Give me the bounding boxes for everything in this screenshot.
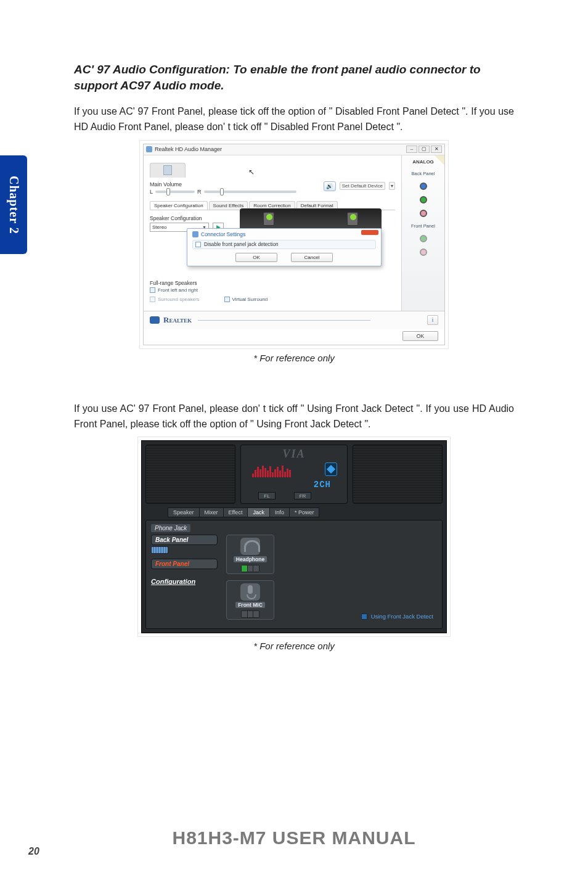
jack-front-out-icon[interactable] <box>420 235 427 242</box>
headphone-icon <box>240 538 260 555</box>
page-fold-icon <box>435 155 444 165</box>
disable-front-panel-label: Disable front panel jack detection <box>204 242 279 247</box>
connector-settings-dialog: Connector Settings Disable front panel j… <box>187 228 382 266</box>
jack-linein-icon[interactable] <box>420 183 427 190</box>
tab-mixer[interactable]: Mixer <box>199 507 224 517</box>
speaker-right-icon <box>347 212 358 226</box>
cursor-icon: ↖ <box>248 168 255 176</box>
using-front-jack-label: Using Front Jack Detect <box>371 613 433 620</box>
equalizer-icon <box>252 464 306 477</box>
back-panel-pill[interactable]: Back Panel <box>151 535 218 545</box>
window-minimize-button[interactable]: – <box>406 146 417 153</box>
using-front-jack-checkbox[interactable] <box>361 614 367 620</box>
front-mic-label: Front MIC <box>235 602 265 608</box>
dialog-title: Connector Settings <box>201 231 245 237</box>
info-button[interactable]: i <box>427 315 438 325</box>
realtek-logo-icon <box>150 316 160 324</box>
volume-slider[interactable] <box>204 191 296 193</box>
window-ok-button[interactable]: OK <box>402 331 438 341</box>
front-lr-label: Front left and right <box>158 287 198 293</box>
via-body: Phone Jack Back Panel Front Panel Config… <box>145 520 443 629</box>
headphone-port-icon <box>241 565 259 572</box>
front-mic-device[interactable]: Front MIC <box>226 580 274 620</box>
virtual-surround-row[interactable]: Virtual Surround <box>224 297 268 302</box>
window-title: Realtek HD Audio Manager <box>155 146 222 152</box>
tab-effect[interactable]: Effect <box>223 507 248 517</box>
dialog-ok-button[interactable]: OK <box>235 253 277 262</box>
dialog-close-button[interactable] <box>361 230 378 235</box>
headphone-label: Headphone <box>234 556 267 562</box>
set-default-button[interactable]: Set Default Device <box>340 182 385 190</box>
realtek-brand-text: Realtek <box>163 315 192 325</box>
speaker-grille-left <box>145 445 235 504</box>
window-maximize-button[interactable]: ▢ <box>419 146 430 153</box>
dialog-cancel-button[interactable]: Cancel <box>291 253 333 262</box>
main-volume-label: Main Volume <box>150 181 296 187</box>
tab-power[interactable]: * Power <box>289 507 320 517</box>
disable-front-panel-row[interactable]: Disable front panel jack detection <box>192 240 376 249</box>
surround-row[interactable]: Surround speakers <box>150 297 200 302</box>
figure-1-caption: * For reference only <box>253 353 335 363</box>
chapter-tab: Chapter 2 <box>0 155 27 254</box>
chapter-label: Chapter 2 <box>7 176 21 234</box>
mic-port-icon <box>241 610 259 618</box>
balance-l: L <box>150 189 153 195</box>
surround-label: Surround speakers <box>158 297 200 302</box>
via-panel: VIA 2CH FL FR Spea <box>141 440 447 633</box>
3d-cube-icon[interactable] <box>325 462 337 476</box>
set-default-dropdown[interactable]: ▾ <box>389 182 395 190</box>
phone-jack-label: Phone Jack <box>151 524 190 532</box>
paragraph-2: If you use AC' 97 Front Panel, please do… <box>74 401 514 432</box>
window-titlebar: Realtek HD Audio Manager – ▢ ✕ <box>144 144 444 155</box>
front-lr-row[interactable]: Front left and right <box>150 287 395 293</box>
realtek-window: Realtek HD Audio Manager – ▢ ✕ ↖ Mai <box>143 144 445 345</box>
figure-1-wrap: Realtek HD Audio Manager – ▢ ✕ ↖ Mai <box>74 144 514 363</box>
figure-2-wrap: VIA 2CH FL FR Spea <box>74 440 514 651</box>
device-tab[interactable] <box>150 163 186 178</box>
speaker-icon <box>163 165 172 175</box>
disable-front-panel-checkbox[interactable] <box>195 242 201 247</box>
surround-checkbox[interactable] <box>150 297 155 302</box>
back-panel-label: Back Panel <box>412 171 435 176</box>
tab-speaker-configuration[interactable]: Speaker Configuration <box>150 201 208 210</box>
jack-mic-icon[interactable] <box>420 210 427 217</box>
fr-button[interactable]: FR <box>294 492 311 499</box>
footer-title: H81H3-M7 USER MANUAL <box>0 828 588 848</box>
balance-slider[interactable] <box>155 191 195 193</box>
front-panel-pill[interactable]: Front Panel <box>151 559 218 569</box>
figure-2-caption: * For reference only <box>253 641 335 651</box>
speaker-left-icon <box>263 212 274 226</box>
tab-jack[interactable]: Jack <box>247 507 270 517</box>
via-tabs: Speaker Mixer Effect Jack Info * Power <box>168 507 443 517</box>
analog-side-panel: ANALOG Back Panel Front Panel <box>401 155 444 311</box>
front-panel-label: Front Panel <box>411 223 435 229</box>
configuration-link[interactable]: Configuration <box>151 578 218 585</box>
via-display: VIA 2CH FL FR <box>240 445 348 504</box>
via-logo-text: VIA <box>241 448 347 461</box>
dialog-icon <box>192 231 198 237</box>
full-range-label: Full-range Speakers <box>150 280 395 286</box>
channel-readout: 2CH <box>314 480 331 490</box>
app-icon <box>146 146 152 152</box>
back-panel-port-icon <box>151 546 168 554</box>
analog-label: ANALOG <box>412 159 434 165</box>
front-lr-checkbox[interactable] <box>150 287 155 293</box>
mic-icon <box>240 583 260 601</box>
mute-button[interactable]: 🔊 <box>324 181 336 191</box>
tab-info[interactable]: Info <box>269 507 290 517</box>
jack-lineout-icon[interactable] <box>420 196 427 203</box>
paragraph-1: If you use AC' 97 Front Panel, please ti… <box>74 104 514 135</box>
virtual-surround-checkbox[interactable] <box>224 297 230 302</box>
headphone-device[interactable]: Headphone <box>226 535 274 574</box>
window-close-button[interactable]: ✕ <box>431 146 442 153</box>
balance-r: R <box>197 189 202 195</box>
tab-speaker[interactable]: Speaker <box>168 507 200 517</box>
fl-button[interactable]: FL <box>258 492 276 499</box>
section-heading: AC' 97 Audio Configuration: To enable th… <box>74 62 514 93</box>
realtek-brand: Realtek <box>150 315 370 325</box>
speaker-mode-value: Stereo <box>152 224 167 230</box>
using-front-jack-row[interactable]: Using Front Jack Detect <box>361 613 433 620</box>
virtual-surround-label: Virtual Surround <box>232 297 268 302</box>
panel-selector: Back Panel Front Panel Configuration <box>151 535 218 620</box>
jack-front-mic-icon[interactable] <box>420 248 427 256</box>
